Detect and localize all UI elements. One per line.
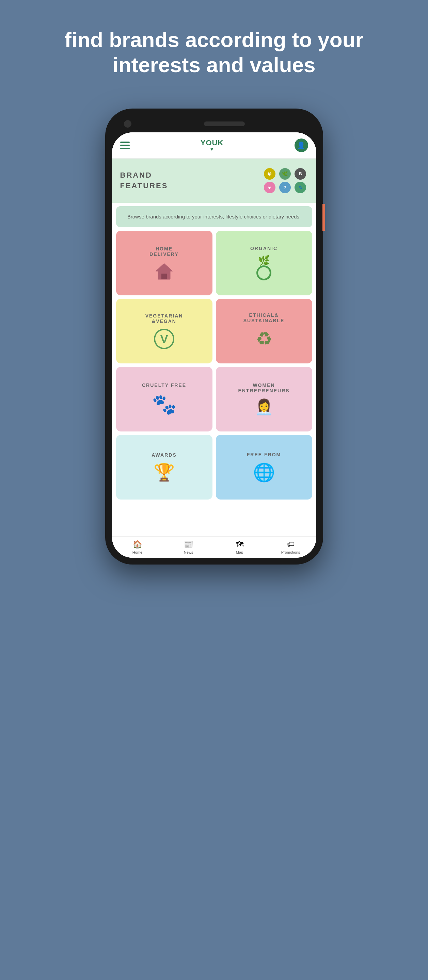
nav-item-map[interactable]: 🗺 Map — [214, 537, 265, 558]
brand-features-title-text: BRAND FEATURES — [120, 170, 168, 191]
category-card-awards[interactable]: AWARDS 🏆 — [116, 435, 212, 500]
brand-features-banner: BRAND FEATURES ☯ 🌿 B ♥ ? 🐾 — [112, 159, 316, 203]
category-title-organic: ORGANIC — [250, 246, 278, 251]
organic-circle — [256, 266, 271, 280]
badge-b-corp: B — [294, 168, 306, 180]
promotions-nav-icon: 🏷 — [287, 540, 294, 549]
recycle-icon: ♻ — [256, 328, 272, 350]
home-nav-label: Home — [133, 550, 142, 554]
app-logo: YOUK ♥ — [201, 139, 224, 151]
trophy-icon: 🏆 — [153, 463, 175, 482]
category-title-home-delivery: HOMEDELIVERY — [150, 246, 179, 257]
category-grid: HOMEDELIVERY ORGANIC 🌿 — [112, 231, 316, 504]
badge-cruelty: 🐾 — [294, 182, 306, 193]
hamburger-line-3 — [120, 148, 130, 149]
paw-icon: 🐾 — [152, 393, 176, 416]
category-title-awards: AWARDS — [152, 452, 176, 458]
hamburger-menu-button[interactable] — [120, 142, 130, 149]
phone-mockup: YOUK ♥ 👤 BRAND FEATURES ☯ 🌿 — [105, 108, 323, 565]
women-icon: 👩‍💼 — [255, 398, 273, 416]
logo-heart-icon: ♥ — [211, 147, 214, 151]
news-nav-icon: 📰 — [184, 540, 193, 549]
badge-fair-trade: ☯ — [264, 168, 275, 180]
v-letter-icon: V — [160, 332, 168, 346]
browse-description-text: Browse brands according to your interest… — [121, 213, 307, 221]
category-title-women-entrepreneurs: WOMENENTREPRENEURS — [238, 382, 289, 393]
map-nav-icon: 🗺 — [236, 540, 243, 549]
badge-question: ? — [279, 182, 291, 193]
nav-item-home[interactable]: 🏠 Home — [112, 537, 163, 558]
brand-features-title: BRAND FEATURES — [120, 170, 168, 191]
home-nav-icon: 🏠 — [133, 540, 142, 549]
phone-speaker — [204, 121, 245, 126]
news-nav-label: News — [184, 550, 193, 554]
category-title-free-from: FREE FROM — [247, 452, 281, 457]
category-title-cruelty-free: CRUELTY FREE — [142, 382, 186, 388]
badge-heart: ♥ — [264, 182, 275, 193]
organic-icon: 🌿 — [256, 256, 271, 280]
category-card-ethical-sustainable[interactable]: ETHICAL&SUSTAINABLE ♻ — [216, 299, 312, 363]
category-card-vegetarian-vegan[interactable]: VEGETARIAN&VEGAN V — [116, 299, 212, 363]
category-card-women-entrepreneurs[interactable]: WOMENENTREPRENEURS 👩‍💼 — [216, 367, 312, 431]
app-header: YOUK ♥ 👤 — [112, 132, 316, 159]
svg-rect-2 — [161, 274, 167, 279]
profile-button[interactable]: 👤 — [294, 138, 308, 152]
profile-icon-glyph: 👤 — [297, 141, 305, 150]
vegan-v-icon: V — [154, 329, 174, 349]
category-card-cruelty-free[interactable]: CRUELTY FREE 🐾 — [116, 367, 212, 431]
phone-screen: YOUK ♥ 👤 BRAND FEATURES ☯ 🌿 — [112, 132, 316, 558]
globe-ban-icon: 🌐 — [253, 462, 275, 483]
category-card-free-from[interactable]: FREE FROM 🌐 — [216, 435, 312, 500]
badge-leaf: 🌿 — [279, 168, 291, 180]
logo-text: YOUK — [201, 139, 224, 147]
leaves-icon: 🌿 — [258, 256, 270, 266]
map-nav-label: Map — [236, 550, 243, 554]
phone-camera — [124, 120, 131, 127]
category-title-vegetarian-vegan: VEGETARIAN&VEGAN — [145, 313, 183, 324]
hamburger-line-1 — [120, 142, 130, 143]
nav-item-news[interactable]: 📰 News — [163, 537, 214, 558]
category-card-organic[interactable]: ORGANIC 🌿 — [216, 231, 312, 295]
bottom-navigation: 🏠 Home 📰 News 🗺 Map 🏷 Promotions — [112, 536, 316, 558]
hamburger-line-2 — [120, 145, 130, 146]
category-title-ethical-sustainable: ETHICAL&SUSTAINABLE — [243, 312, 285, 323]
house-icon — [154, 262, 174, 280]
promotions-nav-label: Promotions — [281, 550, 300, 554]
brand-badges-grid: ☯ 🌿 B ♥ ? 🐾 — [264, 168, 308, 193]
nav-item-promotions[interactable]: 🏷 Promotions — [265, 537, 316, 558]
hero-heading: find brands according to your interests … — [0, 0, 428, 98]
browse-description-card: Browse brands according to your interest… — [116, 206, 312, 228]
category-card-home-delivery[interactable]: HOMEDELIVERY — [116, 231, 212, 295]
phone-side-button — [323, 204, 325, 231]
app-content-scroll: BRAND FEATURES ☯ 🌿 B ♥ ? 🐾 Browse brands… — [112, 159, 316, 536]
